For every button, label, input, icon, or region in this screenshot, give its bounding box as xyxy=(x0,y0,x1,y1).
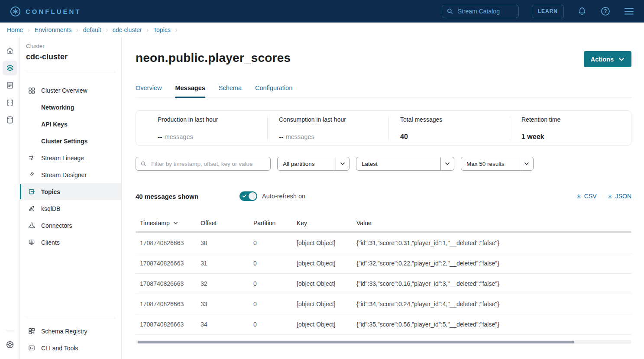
breadcrumb-topics[interactable]: Topics xyxy=(153,26,171,33)
rail-notes-icon[interactable] xyxy=(3,78,17,93)
breadcrumb-cdc-cluster[interactable]: cdc-cluster xyxy=(113,26,142,33)
sidebar-item-label: Stream Lineage xyxy=(41,155,84,162)
breadcrumb-environments[interactable]: Environments xyxy=(35,26,72,33)
column-header-timestamp[interactable]: Timestamp xyxy=(136,220,201,226)
cell-partition: 0 xyxy=(253,301,297,307)
sidebar-item-api-keys[interactable]: API Keys xyxy=(20,116,121,133)
auto-refresh-toggle[interactable] xyxy=(239,191,257,201)
stat-consumption: Consumption in last hour --messages xyxy=(267,116,388,141)
sidebar-item-label: Schema Registry xyxy=(41,328,87,335)
chevron-right-icon: › xyxy=(106,27,108,33)
learn-button[interactable]: LEARN xyxy=(532,5,564,18)
download-csv-link[interactable]: CSV xyxy=(576,193,597,200)
cluster-name: cdc-cluster xyxy=(26,52,115,61)
cell-timestamp: 1708740826663 xyxy=(140,260,184,267)
stat-value: 1 week xyxy=(521,133,544,140)
actions-button[interactable]: Actions xyxy=(584,51,631,67)
sidebar-item-stream-lineage[interactable]: Stream Lineage xyxy=(20,149,121,166)
table-row[interactable]: 1708740826663 30 0 [object Object] {"id"… xyxy=(136,233,631,253)
table-row[interactable]: 1708740826663 33 0 [object Object] {"id"… xyxy=(136,294,631,314)
sidebar-item-stream-designer[interactable]: Stream Designer xyxy=(20,166,121,183)
sidebar-item-ksqldb[interactable]: ksqlDB xyxy=(20,200,121,217)
table-row[interactable]: 1708740826663 31 0 [object Object] {"id"… xyxy=(136,253,631,274)
chevron-right-icon: › xyxy=(76,27,78,33)
tab-schema[interactable]: Schema xyxy=(219,84,242,97)
cell-partition: 0 xyxy=(253,321,297,328)
stat-retention-time: Retention time 1 week xyxy=(510,116,631,141)
result-limit-select[interactable]: Max 50 results xyxy=(461,157,534,171)
table-row[interactable]: 1708740826663 34 0 [object Object] {"id"… xyxy=(136,314,631,335)
confluent-logo[interactable]: CONFLUENT xyxy=(10,6,81,17)
rail-flink-icon[interactable] xyxy=(3,95,17,110)
message-filter-input[interactable] xyxy=(150,160,263,168)
column-header-key[interactable]: Key xyxy=(297,220,356,226)
sidebar-item-connectors[interactable]: Connectors xyxy=(20,217,121,234)
sidebar-item-cli-and-tools[interactable]: CLI and Tools xyxy=(20,340,121,356)
stat-label: Retention time xyxy=(521,116,631,123)
cluster-sidebar: Cluster cdc-cluster Cluster Overview Net… xyxy=(20,37,122,359)
sidebar-item-cluster-settings[interactable]: Cluster Settings xyxy=(20,133,121,149)
notifications-bell-icon[interactable] xyxy=(577,6,587,16)
sidebar-item-clients[interactable]: Clients xyxy=(20,234,121,251)
cell-offset: 31 xyxy=(201,260,253,267)
column-label: Timestamp xyxy=(140,220,170,226)
sidebar-item-topics[interactable]: Topics xyxy=(20,183,121,200)
stream-catalog-search[interactable] xyxy=(442,5,519,18)
rail-divider xyxy=(6,330,14,330)
tab-configuration[interactable]: Configuration xyxy=(255,84,292,97)
stat-value: 40 xyxy=(400,133,408,140)
horizontal-scrollbar-thumb[interactable] xyxy=(138,341,574,343)
sidebar-item-schema-registry[interactable]: Schema Registry xyxy=(20,323,121,340)
cluster-section-label: Cluster xyxy=(26,43,115,49)
sidebar-item-cluster-overview[interactable]: Cluster Overview xyxy=(20,82,121,99)
search-icon xyxy=(447,8,453,15)
table-row[interactable]: 1708740826663 32 0 [object Object] {"id"… xyxy=(136,274,631,294)
sidebar-item-label: Networking xyxy=(41,104,74,111)
cell-partition: 0 xyxy=(253,280,297,287)
connectors-icon xyxy=(28,221,36,230)
column-header-value[interactable]: Value xyxy=(356,220,631,226)
designer-curves-icon xyxy=(28,171,36,179)
stream-catalog-input[interactable] xyxy=(457,7,509,15)
page-title: neon.public.player_scores xyxy=(136,51,291,65)
cell-offset: 30 xyxy=(201,239,253,246)
topic-detail-main: neon.public.player_scores Actions Overvi… xyxy=(122,37,644,359)
terminal-icon xyxy=(28,344,36,352)
sidebar-item-label: Clients xyxy=(41,239,60,246)
tab-overview[interactable]: Overview xyxy=(136,84,162,97)
partition-select-value: All partitions xyxy=(278,161,336,167)
cell-timestamp: 1708740826663 xyxy=(140,321,184,328)
chevron-down-icon[interactable] xyxy=(336,157,349,170)
partition-select[interactable]: All partitions xyxy=(277,157,350,171)
rail-database-icon[interactable] xyxy=(3,113,17,127)
messages-table: Timestamp Offset Partition Key Value 170… xyxy=(136,215,631,344)
sidebar-item-label: CLI and Tools xyxy=(41,345,78,352)
confluent-logo-icon xyxy=(10,6,21,17)
column-header-partition[interactable]: Partition xyxy=(253,220,297,226)
breadcrumb-home[interactable]: Home xyxy=(7,26,23,33)
message-filters: All partitions Latest Max 50 results xyxy=(136,157,631,171)
support-globe-icon[interactable] xyxy=(3,337,17,352)
help-icon[interactable]: ? xyxy=(600,6,611,16)
message-filter-search[interactable] xyxy=(136,157,271,171)
cell-timestamp: 1708740826663 xyxy=(140,239,184,246)
offset-order-select[interactable]: Latest xyxy=(356,157,454,171)
tab-messages[interactable]: Messages xyxy=(175,84,205,97)
breadcrumb-default[interactable]: default xyxy=(83,26,101,33)
sidebar-item-networking[interactable]: Networking xyxy=(20,99,121,116)
stat-label: Consumption in last hour xyxy=(279,116,388,123)
chevron-down-icon[interactable] xyxy=(520,157,533,170)
cell-value: {"id":34,"score":0.24,"player_id":4,"__d… xyxy=(356,301,631,307)
sidebar-item-label: Connectors xyxy=(41,222,72,229)
rail-home-icon[interactable] xyxy=(3,43,17,58)
column-header-offset[interactable]: Offset xyxy=(201,220,253,226)
sidebar-item-label: Stream Designer xyxy=(41,171,87,178)
download-json-link[interactable]: JSON xyxy=(607,193,631,200)
sidebar-item-label: Cluster Settings xyxy=(41,138,87,145)
cell-timestamp: 1708740826663 xyxy=(140,301,184,307)
hamburger-menu-icon[interactable] xyxy=(624,6,634,16)
rail-environments-icon[interactable] xyxy=(3,61,17,75)
chevron-down-icon[interactable] xyxy=(440,157,454,170)
horizontal-scrollbar-track[interactable] xyxy=(136,340,631,344)
messages-table-header: Timestamp Offset Partition Key Value xyxy=(136,215,631,231)
